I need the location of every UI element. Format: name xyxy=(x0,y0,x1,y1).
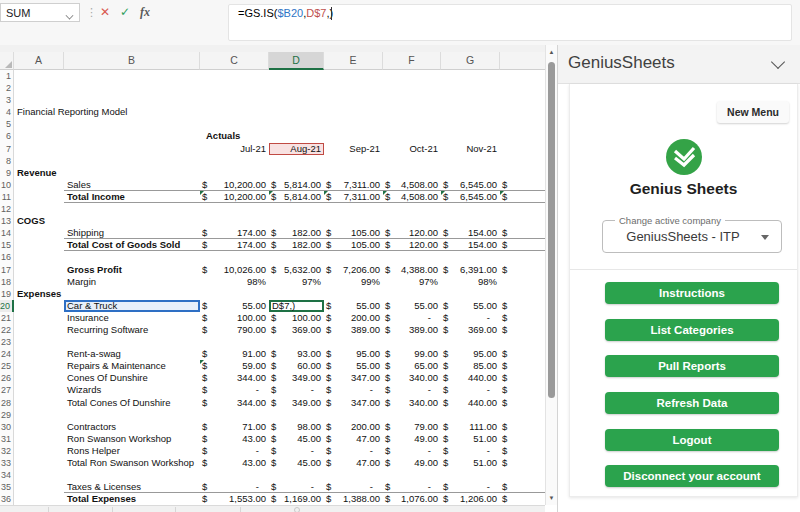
cell-D4[interactable] xyxy=(269,106,324,118)
cell-A9[interactable]: Revenue xyxy=(14,167,64,179)
cell-F19[interactable] xyxy=(383,288,441,300)
cell-G31[interactable]: $51.00 xyxy=(441,433,500,445)
cell-F4[interactable] xyxy=(383,106,441,118)
cell-B21[interactable]: Insurance xyxy=(64,312,200,324)
cell-C5[interactable] xyxy=(200,118,269,130)
cell-G26[interactable]: $440.00 xyxy=(441,372,500,384)
cell-G22[interactable]: $369.00 xyxy=(441,324,500,336)
cell-C34[interactable] xyxy=(200,469,269,481)
cell-B30[interactable]: Contractors xyxy=(64,421,200,433)
cell-B9[interactable] xyxy=(64,167,200,179)
cell-B17[interactable]: Gross Profit xyxy=(64,264,200,276)
cell-G15[interactable]: $154.00 xyxy=(441,239,500,251)
cell-C18[interactable]: 98% xyxy=(200,276,269,288)
cell-D2[interactable] xyxy=(269,82,324,94)
cell-H16[interactable] xyxy=(500,251,545,263)
cell-D16[interactable] xyxy=(269,251,324,263)
cell-A7[interactable] xyxy=(14,143,64,155)
cell-F28[interactable]: $340.00 xyxy=(383,397,441,409)
row-header-28[interactable]: 28 xyxy=(0,397,14,409)
cell-G8[interactable] xyxy=(441,155,500,167)
cell-G5[interactable] xyxy=(441,118,500,130)
cell-E16[interactable] xyxy=(324,251,383,263)
cell-H25[interactable]: $ xyxy=(500,360,545,372)
cell-A17[interactable] xyxy=(14,264,64,276)
cell-A20[interactable] xyxy=(14,300,64,312)
cell-G2[interactable] xyxy=(441,82,500,94)
cell-F25[interactable]: $65.00 xyxy=(383,360,441,372)
cell-G3[interactable] xyxy=(441,94,500,106)
cell-G25[interactable]: $85.00 xyxy=(441,360,500,372)
cell-A21[interactable] xyxy=(14,312,64,324)
row-header-17[interactable]: 17 xyxy=(0,264,14,276)
cell-A6[interactable] xyxy=(14,130,64,142)
cell-B8[interactable] xyxy=(64,155,200,167)
cell-C20[interactable]: $55.00 xyxy=(200,300,269,312)
list-categories-button[interactable]: List Categories xyxy=(605,319,779,341)
cell-C29[interactable] xyxy=(200,409,269,421)
cell-F3[interactable] xyxy=(383,94,441,106)
cell-E33[interactable]: $47.00 xyxy=(324,457,383,469)
cell-D35[interactable]: $- xyxy=(269,481,324,493)
cell-H7[interactable] xyxy=(500,143,545,155)
row-header-30[interactable]: 30 xyxy=(0,421,14,433)
cell-E29[interactable] xyxy=(324,409,383,421)
cell-D9[interactable] xyxy=(269,167,324,179)
cell-G36[interactable]: $1,206.00 xyxy=(441,493,500,505)
cell-F16[interactable] xyxy=(383,251,441,263)
select-all-corner[interactable] xyxy=(0,52,14,70)
cell-E7[interactable]: Sep-21 xyxy=(324,143,383,155)
cell-G9[interactable] xyxy=(441,167,500,179)
cell-E28[interactable]: $347.00 xyxy=(324,397,383,409)
cell-D13[interactable] xyxy=(269,215,324,227)
cell-D36[interactable]: $1,169.00 xyxy=(269,493,324,505)
cell-D11[interactable]: $5,814.00 xyxy=(269,191,324,203)
cell-G11[interactable]: $6,545.00 xyxy=(441,191,500,203)
cell-B34[interactable] xyxy=(64,469,200,481)
cell-H35[interactable]: $ xyxy=(500,481,545,493)
cell-A26[interactable] xyxy=(14,372,64,384)
row-header-14[interactable]: 14 xyxy=(0,227,14,239)
cell-D7[interactable]: Aug-21 xyxy=(269,143,324,155)
cell-C12[interactable] xyxy=(200,203,269,215)
cell-D34[interactable] xyxy=(269,469,324,481)
cell-C27[interactable]: $- xyxy=(200,384,269,396)
cell-A25[interactable] xyxy=(14,360,64,372)
row-header-2[interactable]: 2 xyxy=(0,82,14,94)
cell-E32[interactable]: $- xyxy=(324,445,383,457)
cell-G29[interactable] xyxy=(441,409,500,421)
cell-C19[interactable] xyxy=(200,288,269,300)
cell-D30[interactable]: $98.00 xyxy=(269,421,324,433)
row-header-24[interactable]: 24 xyxy=(0,348,14,360)
cell-A31[interactable] xyxy=(14,433,64,445)
cell-A27[interactable] xyxy=(14,384,64,396)
cell-B23[interactable] xyxy=(64,336,200,348)
cell-G19[interactable] xyxy=(441,288,500,300)
row-header-3[interactable]: 3 xyxy=(0,94,14,106)
cell-D10[interactable]: $5,814.00 xyxy=(269,179,324,191)
row-header-21[interactable]: 21 xyxy=(0,312,14,324)
cell-C15[interactable]: $174.00 xyxy=(200,239,269,251)
cell-A1[interactable] xyxy=(14,70,64,82)
cell-E13[interactable] xyxy=(324,215,383,227)
cell-C7[interactable]: Jul-21 xyxy=(200,143,269,155)
cell-F27[interactable]: $- xyxy=(383,384,441,396)
cell-C4[interactable] xyxy=(200,106,269,118)
cell-D28[interactable]: $349.00 xyxy=(269,397,324,409)
cell-H18[interactable] xyxy=(500,276,545,288)
cell-C24[interactable]: $91.00 xyxy=(200,348,269,360)
cell-A29[interactable] xyxy=(14,409,64,421)
cell-F31[interactable]: $49.00 xyxy=(383,433,441,445)
cell-B32[interactable]: Rons Helper xyxy=(64,445,200,457)
cell-D31[interactable]: $45.00 xyxy=(269,433,324,445)
col-header-E[interactable]: E xyxy=(324,52,383,70)
cell-F24[interactable]: $99.00 xyxy=(383,348,441,360)
cell-A2[interactable] xyxy=(14,82,64,94)
cell-A30[interactable] xyxy=(14,421,64,433)
cell-E14[interactable]: $105.00 xyxy=(324,227,383,239)
cell-H23[interactable] xyxy=(500,336,545,348)
cell-C16[interactable] xyxy=(200,251,269,263)
col-header-B[interactable]: B xyxy=(64,52,200,70)
cell-E15[interactable]: $105.00 xyxy=(324,239,383,251)
company-select[interactable]: Change active company GeniusSheets - ITP xyxy=(602,220,782,253)
